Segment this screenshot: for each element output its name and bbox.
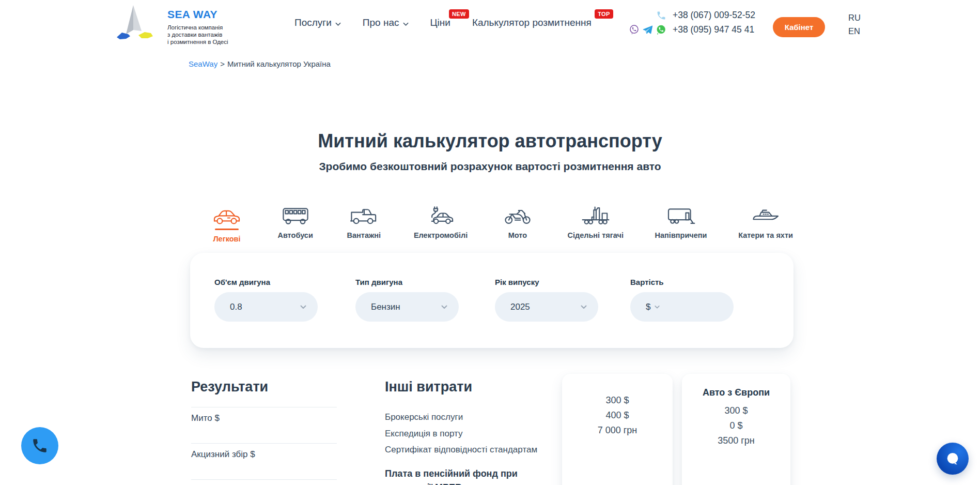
tab-semi-tractors[interactable]: Сідельні тягачі (567, 203, 623, 239)
divider (191, 479, 337, 480)
tab-label: Напівпричепи (655, 231, 707, 239)
engine-type-select[interactable]: Бензин (355, 292, 459, 322)
divider (191, 443, 337, 444)
tab-electric-cars[interactable]: Електромобілі (414, 203, 468, 239)
logo[interactable]: SEA WAY Логістична компанія з доставки в… (115, 4, 228, 46)
breadcrumb: SeaWay>Митний калькулятор Україна (189, 59, 331, 68)
tab-label: Сідельні тягачі (567, 231, 623, 239)
tab-label: Катери та яхти (738, 231, 793, 239)
results-title: Результати (191, 379, 268, 395)
result-excise: Акцизний збір $ (191, 449, 255, 460)
main-nav: Послуги Про нас Ціни NEW Калькулятор роз… (294, 0, 592, 46)
price-value: 0 $ (682, 418, 790, 433)
tab-semi-trailers[interactable]: Напівпричепи (655, 203, 707, 239)
nav-item-services[interactable]: Послуги (294, 17, 341, 28)
new-badge: NEW (449, 9, 469, 19)
car-icon (212, 205, 242, 226)
nav-label: Послуги (294, 17, 332, 28)
tab-label: Легкові (213, 235, 240, 243)
other-cost-port: Експедиція в порту (385, 429, 463, 439)
tab-label: Вантажні (347, 231, 381, 239)
language-switcher: RU EN (848, 11, 861, 38)
engine-volume-label: Об'єм двигуна (214, 278, 318, 286)
breadcrumb-separator: > (220, 59, 225, 68)
other-cost-pension-fund: Плата в пенсійний фонд при реєстрації МР… (385, 467, 555, 485)
chevron-down-icon (441, 305, 447, 309)
viber-icon[interactable] (629, 24, 640, 35)
logo-title: SEA WAY (167, 8, 228, 21)
top-badge: TOP (595, 9, 613, 19)
price-value: 3500 грн (682, 433, 790, 448)
phone-number-1[interactable]: +38 (067) 009-52-52 (673, 10, 755, 21)
breadcrumb-home-link[interactable]: SeaWay (189, 59, 217, 68)
other-cost-certificate: Сертифікат відповідності стандартам (385, 445, 537, 455)
tab-trucks[interactable]: Вантажні (345, 203, 382, 239)
cost-field: $ (630, 292, 734, 322)
tab-label: Автобуси (277, 231, 313, 239)
phone-icon (31, 437, 49, 454)
chat-bubble-icon (945, 451, 960, 466)
active-tab-underline (215, 229, 239, 230)
tab-cars[interactable]: Легкові (208, 203, 245, 243)
phone-icon (656, 10, 666, 21)
tab-boats-yachts[interactable]: Катери та яхти (738, 203, 793, 239)
chevron-down-icon (335, 22, 341, 26)
nav-label: Про нас (363, 17, 399, 28)
telegram-icon[interactable] (642, 24, 653, 35)
page-title: Митний калькулятор автотранспорту (0, 130, 980, 152)
price-value: 300 $ (562, 393, 673, 408)
trailer-icon (666, 205, 696, 226)
nav-label: Калькулятор розмитнення (472, 17, 592, 28)
nav-item-customs-calculator[interactable]: Калькулятор розмитнення TOP (472, 17, 592, 28)
nav-item-about[interactable]: Про нас (363, 17, 409, 28)
tab-label: Мото (508, 231, 527, 239)
engine-type-label: Тип двигуна (355, 278, 459, 286)
electric-car-icon (426, 205, 456, 226)
divider (191, 407, 337, 407)
year-label: Рік випуску (495, 278, 598, 286)
nav-label: Ціни (430, 17, 450, 28)
other-cost-broker: Брокерські послуги (385, 412, 463, 422)
price-card-europe: Авто з Європи 300 $ 0 $ 3500 грн (682, 374, 790, 485)
nav-item-prices[interactable]: Ціни NEW (430, 17, 450, 28)
seaway-boat-logo-icon (115, 4, 156, 42)
price-card-1: 300 $ 400 $ 7 000 грн (562, 374, 673, 485)
semi-truck-icon (581, 205, 611, 226)
lang-en[interactable]: EN (848, 24, 861, 38)
contacts: +38 (067) 009-52-52 +38 (095) 947 45 41 (623, 10, 755, 35)
price-card-title: Авто з Європи (682, 374, 790, 398)
chevron-down-icon (300, 305, 306, 309)
cabinet-button[interactable]: Кабінет (773, 17, 825, 37)
motorcycle-icon (503, 205, 533, 226)
page-subtitle: Зробимо безкоштовний розрахунок вартості… (0, 160, 980, 173)
chevron-down-icon (581, 305, 587, 309)
other-costs-title: Інші витрати (385, 379, 472, 395)
price-value: 7 000 грн (562, 423, 673, 438)
lang-ru[interactable]: RU (848, 11, 861, 24)
breadcrumb-current: Митний калькулятор Україна (227, 59, 331, 68)
call-fab-button[interactable] (21, 427, 58, 464)
engine-volume-value: 0.8 (230, 302, 242, 312)
year-select[interactable]: 2025 (495, 292, 598, 322)
vehicle-type-tabs: Легкові Автобуси Вантажні Електромо (208, 203, 793, 243)
whatsapp-icon[interactable] (656, 24, 666, 35)
chevron-down-icon (655, 305, 660, 309)
tab-moto[interactable]: Мото (499, 203, 536, 239)
yacht-icon (751, 205, 781, 226)
currency-selector[interactable]: $ (646, 302, 650, 312)
calculator-form-card: Об'єм двигуна 0.8 Тип двигуна Бензин Рік… (190, 253, 794, 348)
tab-label: Електромобілі (414, 231, 468, 239)
chat-fab-button[interactable] (937, 443, 969, 475)
tab-buses[interactable]: Автобуси (277, 203, 314, 239)
phone-number-2[interactable]: +38 (095) 947 45 41 (673, 24, 755, 35)
price-value: 300 $ (682, 403, 790, 418)
logo-tagline: Логістична компанія з доставки вантажів … (167, 24, 228, 46)
price-value: 400 $ (562, 408, 673, 423)
engine-volume-select[interactable]: 0.8 (214, 292, 318, 322)
truck-icon (349, 205, 379, 226)
cost-input[interactable] (664, 296, 726, 318)
chevron-down-icon (403, 22, 409, 26)
year-value: 2025 (510, 302, 530, 312)
bus-icon (281, 205, 310, 226)
cost-label: Вартість (630, 278, 734, 286)
